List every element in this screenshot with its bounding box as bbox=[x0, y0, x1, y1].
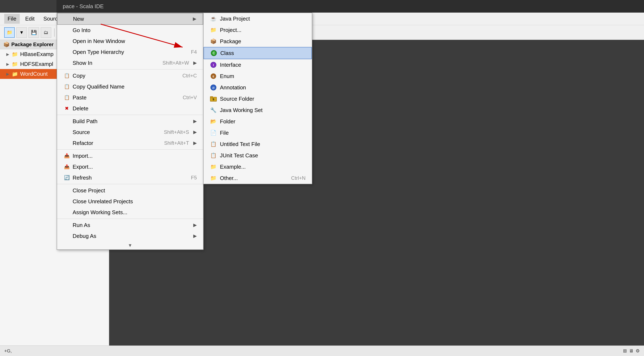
save-button[interactable]: 💾 bbox=[28, 27, 39, 38]
sub-item-other[interactable]: 📁 Other... Ctrl+N bbox=[204, 172, 312, 184]
ctx-item-close-project[interactable]: Close Project bbox=[57, 185, 203, 196]
ctx-item-open-new-window[interactable]: Open in New Window bbox=[57, 36, 203, 46]
refactor-arrow: ▶ bbox=[193, 140, 197, 146]
grid-status-icon: ⊞ bbox=[623, 348, 627, 354]
junit-test-icon: 📋 bbox=[210, 152, 217, 159]
source-icon bbox=[63, 129, 70, 136]
interface-icon: I bbox=[210, 61, 217, 68]
sub-item-project[interactable]: 📁 Project... bbox=[204, 24, 312, 36]
folder-icon-hbase: 📁 bbox=[12, 52, 18, 57]
enum-icon: E bbox=[210, 72, 217, 80]
statusbar: +G, ⊞ 🖥 ⚙ bbox=[0, 346, 644, 356]
build-path-icon bbox=[63, 118, 70, 124]
example-icon: 📁 bbox=[210, 163, 217, 170]
ctx-item-export[interactable]: 📤 Export... bbox=[57, 161, 203, 172]
dropdown-icon: ▼ bbox=[19, 30, 24, 35]
settings-status-icon: ⚙ bbox=[636, 348, 640, 354]
separator-5 bbox=[57, 218, 203, 219]
close-unrelated-icon bbox=[63, 198, 70, 205]
ctx-item-refresh[interactable]: 🔄 Refresh F5 bbox=[57, 172, 203, 183]
titlebar: pace - Scala IDE bbox=[56, 0, 644, 12]
scroll-indicator: ▼ bbox=[57, 242, 203, 250]
ctx-item-source[interactable]: Source Shift+Alt+S ▶ bbox=[57, 127, 203, 138]
titlebar-text: pace - Scala IDE bbox=[63, 3, 104, 10]
ctx-item-refactor[interactable]: Refactor Shift+Alt+T ▶ bbox=[57, 138, 203, 148]
ctx-item-build-path[interactable]: Build Path ▶ bbox=[57, 116, 203, 127]
go-into-icon bbox=[63, 27, 70, 34]
sub-item-java-project[interactable]: ☕ Java Project bbox=[204, 13, 312, 24]
ctx-item-import[interactable]: 📥 Import... bbox=[57, 150, 203, 161]
debug-as-arrow: ▶ bbox=[193, 233, 197, 239]
close-project-icon bbox=[63, 187, 70, 194]
ctx-item-close-unrelated[interactable]: Close Unrelated Projects bbox=[57, 196, 203, 207]
ctx-item-copy-qualified[interactable]: 📋 Copy Qualified Name bbox=[57, 81, 203, 92]
sub-item-untitled-text[interactable]: 📋 Untitled Text File bbox=[204, 138, 312, 150]
context-menu: New ▶ Go Into Open in New Window Open Ty… bbox=[57, 12, 204, 250]
new-folder-button[interactable]: 📁 bbox=[4, 27, 15, 38]
separator-2 bbox=[57, 115, 203, 115]
source-shortcut: Shift+Alt+S bbox=[164, 129, 189, 135]
tree-arrow-hdfs: ▶ bbox=[6, 62, 10, 66]
monitor-status-icon: 🖥 bbox=[629, 348, 634, 354]
ctx-item-go-into[interactable]: Go Into bbox=[57, 25, 203, 36]
import-icon: 📥 bbox=[63, 152, 70, 159]
svg-text:S: S bbox=[212, 98, 214, 101]
ctx-item-new[interactable]: New ▶ bbox=[57, 13, 203, 25]
folder-icon: 📂 bbox=[210, 118, 217, 125]
save-all-button[interactable]: 🗂 bbox=[41, 27, 51, 38]
folder-icon-hdfs: 📁 bbox=[12, 61, 18, 67]
sub-item-class[interactable]: C Class bbox=[204, 47, 312, 59]
open-type-hierarchy-shortcut: F4 bbox=[191, 49, 197, 55]
new-icon bbox=[64, 16, 70, 22]
file-icon: 📄 bbox=[210, 129, 217, 136]
paste-shortcut: Ctrl+V bbox=[183, 94, 197, 100]
separator-4 bbox=[57, 184, 203, 184]
ctx-item-assign-working[interactable]: Assign Working Sets... bbox=[57, 207, 203, 218]
save-all-icon: 🗂 bbox=[44, 30, 48, 35]
sub-item-package[interactable]: 📦 Package bbox=[204, 36, 312, 47]
source-folder-icon: S bbox=[210, 95, 217, 102]
refresh-icon: 🔄 bbox=[63, 174, 70, 181]
ctx-item-show-in[interactable]: Show In Shift+Alt+W ▶ bbox=[57, 58, 203, 68]
sub-item-interface[interactable]: I Interface bbox=[204, 59, 312, 70]
ctx-item-delete[interactable]: ✖ Delete bbox=[57, 103, 203, 114]
other-icon: 📁 bbox=[210, 174, 217, 182]
assign-working-icon bbox=[63, 209, 70, 216]
package-explorer-icon: 📦 bbox=[3, 42, 10, 48]
sub-item-file[interactable]: 📄 File bbox=[204, 127, 312, 138]
open-new-window-icon bbox=[63, 38, 70, 44]
statusbar-text: +G, bbox=[4, 348, 12, 354]
run-as-icon bbox=[63, 222, 70, 228]
ctx-item-run-as[interactable]: Run As ▶ bbox=[57, 220, 203, 230]
sub-item-junit-test[interactable]: 📋 JUnit Test Case bbox=[204, 150, 312, 161]
sub-item-example[interactable]: 📁 Example... bbox=[204, 161, 312, 172]
ctx-item-open-type-hierarchy[interactable]: Open Type Hierarchy F4 bbox=[57, 46, 203, 58]
ctx-item-copy[interactable]: 📋 Copy Ctrl+C bbox=[57, 70, 203, 81]
show-in-arrow: ▶ bbox=[193, 60, 197, 66]
svg-text:C: C bbox=[212, 52, 215, 55]
menu-file[interactable]: File bbox=[4, 14, 20, 24]
sub-item-source-folder[interactable]: S Source Folder bbox=[204, 93, 312, 104]
tree-arrow-wordcount: ▶ bbox=[6, 72, 10, 76]
open-type-hierarchy-icon bbox=[63, 49, 70, 56]
toolbar-separator bbox=[54, 28, 54, 37]
new-arrow: ▶ bbox=[193, 16, 196, 22]
sub-item-java-working-set[interactable]: 🔧 Java Working Set bbox=[204, 104, 312, 116]
show-in-shortcut: Shift+Alt+W bbox=[162, 60, 189, 66]
java-project-icon: ☕ bbox=[210, 15, 217, 22]
export-icon: 📤 bbox=[63, 164, 70, 170]
tree-arrow-hbase: ▶ bbox=[6, 52, 10, 57]
untitled-text-icon: 📋 bbox=[210, 140, 217, 148]
ctx-item-debug-as[interactable]: Debug As ▶ bbox=[57, 230, 203, 242]
ctx-item-paste[interactable]: 📋 Paste Ctrl+V bbox=[57, 92, 203, 103]
menu-edit[interactable]: Edit bbox=[22, 14, 38, 24]
sub-item-folder[interactable]: 📂 Folder bbox=[204, 116, 312, 127]
class-icon: C bbox=[210, 50, 218, 57]
dropdown-button[interactable]: ▼ bbox=[16, 27, 27, 38]
sub-item-enum[interactable]: E Enum bbox=[204, 70, 312, 82]
svg-text:I: I bbox=[213, 63, 214, 67]
folder-icon-wordcount: 📁 bbox=[12, 71, 18, 77]
sub-item-annotation[interactable]: @ Annotation bbox=[204, 82, 312, 93]
copy-icon: 📋 bbox=[63, 72, 70, 79]
other-shortcut: Ctrl+N bbox=[291, 175, 306, 181]
